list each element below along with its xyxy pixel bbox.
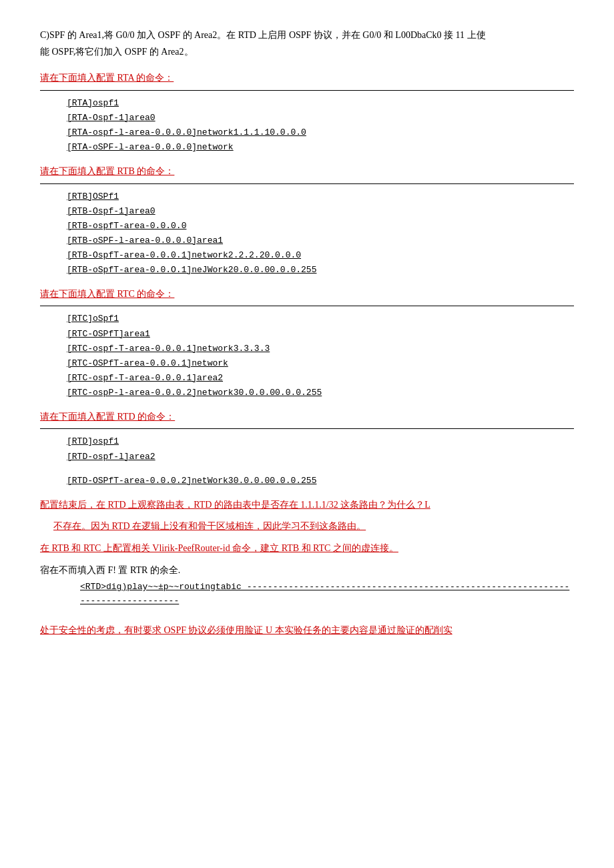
- intro-line1: C)SPF 的 Area1,将 G0/0 加入 OSPF 的 Area2。在 R…: [40, 30, 486, 40]
- question-section: 配置结束后，在 RTD 上观察路由表，RTD 的路由表中是否存在 1.1.1.1…: [40, 498, 574, 512]
- rtc-cmd-3: [RTC-ospf-T-area-0.0.0.1]network3.3.3.3: [67, 342, 574, 356]
- rtc-cmd-2: [RTC-OSPfT]area1: [67, 327, 574, 342]
- rtc-cmd-4: [RTC-OSPfT-area-0.0.0.1]network: [67, 356, 574, 371]
- rtc-section: 请在下面填入配置 RTC 的命令： [RTC]oSpf1 [RTC-OSPfT]…: [40, 287, 574, 400]
- rtb-cmd-1: [RTB]OSPf1: [67, 189, 574, 204]
- fill-instruction: 宿在不而填入西 F! 置 RTR 的余全.: [40, 563, 574, 578]
- rta-cmd-2: [RTA-Ospf-1]area0: [67, 111, 574, 125]
- rtc-label: 请在下面填入配置 RTC 的命令：: [40, 287, 574, 302]
- rtb-cmd-3: [RTB-ospfT-area-0.0.0.0: [67, 219, 574, 234]
- rtc-cmd-6: [RTC-ospP-l-area-0.0.0.2]network30.0.0.0…: [67, 386, 574, 400]
- intro-section: C)SPF 的 Area1,将 G0/0 加入 OSPF 的 Area2。在 R…: [40, 27, 574, 60]
- bottom-section: 处于安全性的考虑，有时要求 OSPF 协议必须使用脸证 U 本实验任务的主要内容…: [40, 622, 574, 638]
- fill-text: 宿在不而填入西 F! 置 RTR 的余全.: [40, 565, 180, 575]
- answer-text: 不存在。因为 RTD 在逻辑上没有和骨干区域相连，因此学习不到这条路由。: [53, 518, 574, 534]
- bottom-text: 处于安全性的考虑，有时要求 OSPF 协议必须使用脸证 U 本实验任务的主要内容…: [40, 622, 574, 638]
- rtd-section: 请在下面填入配置 RTD 的命令： [RTD]ospf1 [RTD-ospf-l…: [40, 410, 574, 488]
- rta-section: 请在下面填入配置 RTA 的命令： [RTA]ospf1 [RTA-Ospf-1…: [40, 71, 574, 155]
- rtb-cmd-4: [RTB-oSPF-l-area-0.0.0.0]area1: [67, 234, 574, 248]
- question-text: 配置结束后，在 RTD 上观察路由表，RTD 的路由表中是否存在 1.1.1.1…: [40, 498, 574, 512]
- rtd-divider: [40, 428, 574, 429]
- rtc-cmd-1: [RTC]oSpf1: [67, 312, 574, 326]
- rta-cmd-4: [RTA-oSPF-l-area-0.0.0.0]network: [67, 140, 574, 155]
- rtb-label: 请在下面填入配置 RTB 的命令：: [40, 164, 574, 179]
- display-cmd-section: <RTD>dig)play~~±p~~routingtabic --------…: [40, 580, 574, 608]
- rtb-commands: [RTB]OSPf1 [RTB-Ospf-1]area0 [RTB-ospfT-…: [67, 189, 574, 278]
- intro-line2: 能 OSPF,将它们加入 OSPF 的 Area2。: [40, 47, 194, 57]
- instruction-section: 在 RTB 和 RTC 上配置相关 Vlirik-PeefRouter-id 命…: [40, 541, 574, 556]
- rta-label: 请在下面填入配置 RTA 的命令：: [40, 71, 574, 85]
- rta-commands: [RTA]ospf1 [RTA-Ospf-1]area0 [RTA-ospf-l…: [67, 96, 574, 155]
- rtb-divider: [40, 183, 574, 184]
- rtd-cmd2-1: [RTD-OSPfT-area-0.0.0.2]netWork30.0.0.00…: [67, 474, 574, 488]
- instruction-text: 在 RTB 和 RTC 上配置相关 Vlirik-PeefRouter-id 命…: [40, 541, 574, 556]
- rta-divider: [40, 90, 574, 91]
- rtb-cmd-5: [RTB-OspfT-area-0.0.0.1]network2.2.2.20.…: [67, 248, 574, 263]
- rtd-cmd-1: [RTD]ospf1: [67, 434, 574, 449]
- rtb-cmd-6: [RTB-oSpfT-area-0.0.O.1]neJWork20.0.0.00…: [67, 263, 574, 278]
- rtc-divider: [40, 306, 574, 306]
- rtd-label: 请在下面填入配置 RTD 的命令：: [40, 410, 574, 424]
- answer-section: 不存在。因为 RTD 在逻辑上没有和骨干区域相连，因此学习不到这条路由。: [40, 518, 574, 534]
- display-cmd-text: <RTD>dig)play~~±p~~routingtabic --------…: [80, 580, 574, 608]
- rtd-commands: [RTD]ospf1 [RTD-ospf-l]area2: [67, 434, 574, 464]
- rtc-cmd-5: [RTC-ospf-T-area-0.0.0.1]area2: [67, 371, 574, 386]
- rta-cmd-1: [RTA]ospf1: [67, 96, 574, 111]
- rtb-cmd-2: [RTB-Ospf-1]area0: [67, 204, 574, 219]
- rtd-cmd-2: [RTD-ospf-l]area2: [67, 450, 574, 464]
- rtc-commands: [RTC]oSpf1 [RTC-OSPfT]area1 [RTC-ospf-T-…: [67, 312, 574, 400]
- rta-cmd-3: [RTA-ospf-l-area-0.0.0.0]network1.1.1.10…: [67, 125, 574, 140]
- rtb-section: 请在下面填入配置 RTB 的命令： [RTB]OSPf1 [RTB-Ospf-1…: [40, 164, 574, 278]
- rtd-commands2: [RTD-OSPfT-area-0.0.0.2]netWork30.0.0.00…: [67, 474, 574, 488]
